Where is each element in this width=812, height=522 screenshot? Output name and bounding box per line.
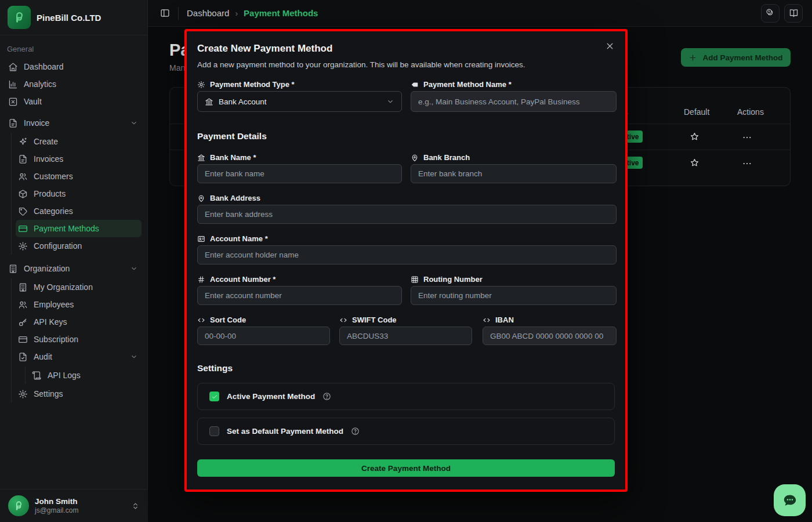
account-name-label: Account Name * [197, 234, 268, 243]
label-icon [411, 81, 419, 89]
active-payment-method-toggle[interactable]: Active Payment Method [197, 383, 615, 410]
sidebar-group-organization[interactable]: Organization [6, 260, 142, 277]
sidebar-item-label: My Organization [34, 282, 93, 292]
sidebar-item-payment-methods[interactable]: Payment Methods [16, 220, 142, 237]
checkbox-unchecked-icon[interactable] [209, 426, 219, 436]
account-number-label: Account Number * [197, 275, 276, 284]
docs-button[interactable] [784, 4, 803, 23]
sort-code-input[interactable] [197, 327, 330, 345]
sidebar-item-subscription[interactable]: Subscription [16, 331, 142, 348]
selected-option: Bank Account [219, 97, 267, 106]
column-header-default: Default [684, 107, 709, 117]
user-name: John Smith [35, 497, 79, 507]
breadcrumb-current: Payment Methods [244, 8, 318, 18]
help-circle-icon[interactable] [322, 392, 331, 401]
help-circle-icon[interactable] [351, 427, 360, 436]
organization-submenu: My Organization Employees API Keys Subsc… [11, 278, 142, 403]
account-name-input[interactable] [197, 245, 617, 264]
checkbox-checked-icon[interactable] [209, 392, 219, 401]
sidebar-item-api-logs[interactable]: API Logs [30, 367, 142, 384]
sidebar-item-label: Dashboard [24, 62, 64, 71]
swift-code-input[interactable] [339, 327, 472, 345]
sidebar-item-analytics[interactable]: Analytics [6, 75, 142, 93]
chat-widget-button[interactable] [774, 484, 806, 516]
sidebar-item-my-organization[interactable]: My Organization [16, 278, 142, 296]
sidebar-group-label: Invoice [24, 118, 49, 128]
users-icon [18, 172, 28, 182]
sort-code-label: Sort Code [197, 316, 246, 324]
pinebill-logo-icon [8, 6, 31, 29]
gear-icon [18, 241, 28, 251]
payment-method-type-select[interactable]: Bank Account [197, 91, 402, 112]
account-number-input[interactable] [197, 286, 402, 305]
active-toggle-label: Active Payment Method [227, 392, 315, 401]
default-payment-method-toggle[interactable]: Set as Default Payment Method [197, 418, 615, 445]
bank-branch-input[interactable] [411, 164, 617, 183]
chevron-down-icon [130, 353, 138, 361]
audit-submenu: API Logs [25, 367, 142, 384]
payment-method-name-label: Payment Method Name * [411, 80, 512, 89]
sidebar-item-invoices[interactable]: Invoices [16, 150, 142, 168]
vault-icon [8, 97, 18, 107]
sidebar-item-settings[interactable]: Settings [16, 385, 142, 403]
sidebar-item-create[interactable]: Create [16, 133, 142, 150]
topbar-divider [178, 7, 179, 20]
home-icon [8, 62, 18, 72]
add-payment-method-button[interactable]: Add Payment Method [681, 48, 791, 67]
routing-number-input[interactable] [411, 286, 617, 305]
bank-name-input[interactable] [197, 164, 402, 183]
bank-address-label: Bank Address [197, 194, 260, 202]
star-icon[interactable] [690, 158, 699, 168]
sidebar-item-configuration[interactable]: Configuration [16, 237, 142, 255]
bank-name-label: Bank Name * [197, 153, 256, 162]
file-check-icon [18, 352, 28, 362]
sidebar-item-dashboard[interactable]: Dashboard [6, 58, 142, 75]
sidebar-group-audit[interactable]: Audit [16, 348, 142, 365]
sidebar-item-label: API Logs [48, 371, 81, 380]
gear-icon [197, 81, 205, 89]
settings-heading: Settings [197, 363, 233, 374]
sidebar-item-label: Invoices [34, 154, 63, 164]
user-email: js@gmail.com [35, 506, 79, 514]
user-menu[interactable]: John Smith js@gmail.com [0, 489, 148, 522]
sidebar-item-customers[interactable]: Customers [16, 168, 142, 185]
book-open-icon [789, 8, 799, 18]
panel-left-icon [160, 8, 170, 18]
default-toggle-label: Set as Default Payment Method [227, 427, 343, 436]
sidebar-item-label: Customers [34, 172, 73, 181]
row-actions-menu[interactable] [742, 158, 752, 169]
create-payment-method-button[interactable]: Create Payment Method [197, 459, 615, 477]
sidebar-item-label: API Keys [34, 317, 67, 327]
payment-method-type-label: Payment Method Type * [197, 80, 295, 89]
star-icon[interactable] [690, 132, 699, 142]
iban-input[interactable] [483, 327, 617, 345]
currency-button[interactable] [761, 4, 780, 23]
tag-icon [18, 206, 28, 216]
bank-address-input[interactable] [197, 205, 617, 224]
bank-branch-label: Bank Branch [411, 153, 470, 162]
sidebar-toggle-button[interactable] [157, 6, 172, 21]
sidebar-item-employees[interactable]: Employees [16, 296, 142, 313]
bank-icon [197, 154, 205, 162]
users-icon [18, 300, 28, 310]
sidebar-item-vault[interactable]: Vault [6, 93, 142, 110]
close-icon[interactable] [605, 41, 615, 51]
sidebar-item-label: Categories [34, 206, 73, 216]
payment-method-name-input[interactable] [411, 91, 617, 112]
id-card-icon [197, 235, 205, 243]
sidebar-group-invoice[interactable]: Invoice [6, 114, 142, 132]
code-icon [197, 316, 205, 324]
credit-card-icon [18, 335, 28, 345]
swift-code-label: SWIFT Code [339, 316, 397, 324]
breadcrumb-dashboard[interactable]: Dashboard [187, 8, 229, 18]
credit-card-icon [18, 224, 28, 234]
map-pin-icon [411, 154, 419, 162]
grid-icon [411, 276, 419, 284]
sidebar-group-label: Audit [34, 352, 52, 361]
sidebar-item-categories[interactable]: Categories [16, 202, 142, 220]
row-actions-menu[interactable] [742, 132, 752, 143]
sidebar-item-products[interactable]: Products [16, 185, 142, 202]
breadcrumb-separator: › [235, 9, 238, 18]
section-label-general: General [7, 45, 140, 53]
sidebar-item-api-keys[interactable]: API Keys [16, 313, 142, 331]
